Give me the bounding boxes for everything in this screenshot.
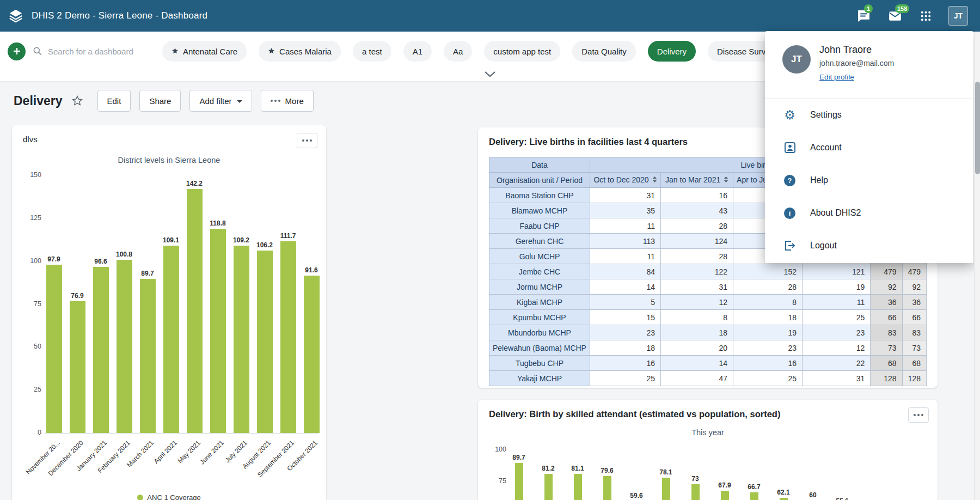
messages-badge: 1 <box>864 4 873 13</box>
dashboard-chip-label: Data Quality <box>581 47 627 56</box>
value-cell: 11 <box>590 218 660 234</box>
org-unit-cell: Kigbai MCHP <box>489 295 590 310</box>
scrollbar[interactable] <box>974 32 980 500</box>
page-title: Delivery <box>14 94 63 108</box>
dashboard-chip[interactable]: Delivery <box>648 41 696 62</box>
card-more-button[interactable] <box>908 407 929 423</box>
apps-grid-button[interactable] <box>918 9 933 23</box>
more-dots-icon <box>271 100 280 102</box>
value-cell: 19 <box>802 279 870 295</box>
edit-button[interactable]: Edit <box>97 90 131 112</box>
new-dashboard-button[interactable] <box>8 42 26 60</box>
x-axis-line <box>45 433 318 434</box>
star-dashboard-button[interactable] <box>71 95 83 107</box>
menu-item-settings[interactable]: ⚙Settings <box>765 99 973 131</box>
value-cell: 16 <box>590 356 660 371</box>
bar <box>515 463 523 500</box>
dashboard-chip[interactable]: Aa <box>444 41 472 62</box>
table-row: Kigbai MCHP5128113636 <box>489 295 927 310</box>
corner-header: Data <box>489 157 590 173</box>
value-cell: 124 <box>661 234 733 249</box>
sort-icon[interactable] <box>652 176 657 185</box>
dashboard-chip[interactable]: custom app test <box>484 41 560 62</box>
mail-button[interactable]: 158 <box>887 8 903 24</box>
bar <box>117 260 132 433</box>
value-cell: 12 <box>802 340 870 356</box>
messages-button[interactable]: 1 <box>856 8 872 24</box>
dhis2-logo[interactable] <box>0 0 32 32</box>
menu-item-help[interactable]: ?Help <box>765 164 973 197</box>
value-cell: 121 <box>802 264 870 279</box>
table-row: Pelewahun (Baoma) MCHP182023127373 <box>489 340 927 356</box>
add-filter-label: Add filter <box>199 96 231 106</box>
y-axis-label: 125 <box>16 214 41 222</box>
account-icon-wrap <box>782 141 797 154</box>
value-cell: 47 <box>661 371 733 386</box>
bar <box>780 498 788 500</box>
logout-icon <box>783 239 797 252</box>
value-cell: 73 <box>871 340 902 356</box>
dashboard-chip-label: a test <box>362 47 382 56</box>
menu-item-account[interactable]: Account <box>765 131 973 164</box>
account-icon <box>783 141 797 154</box>
org-unit-cell: Baoma Station CHP <box>489 188 590 203</box>
dashboard-chip[interactable]: Cases Malaria <box>259 41 341 62</box>
share-button[interactable]: Share <box>139 90 181 112</box>
dashboard-chip[interactable]: Data Quality <box>572 41 636 62</box>
value-cell: 68 <box>902 356 926 371</box>
bar <box>46 265 62 433</box>
sort-icon[interactable] <box>724 176 728 185</box>
value-cell: 20 <box>661 340 733 356</box>
dashboard-chip-label: Delivery <box>657 47 687 56</box>
bar <box>721 491 729 500</box>
y-axis-label: 75 <box>485 477 506 485</box>
dashboard-chip-label: Antenatal Care <box>183 47 237 56</box>
bar-value-label: 142.2 <box>177 180 212 187</box>
value-cell: 152 <box>733 264 803 279</box>
value-cell: 11 <box>590 249 660 264</box>
table-row: Tugbebu CHP161416226868 <box>489 356 927 371</box>
dashboard-chip[interactable]: Antenatal Care <box>162 41 247 62</box>
info-icon: i <box>784 208 795 219</box>
bar-value-label: 60 <box>799 491 826 499</box>
value-cell: 11 <box>802 295 870 310</box>
bar-value-label: 106.2 <box>247 241 282 249</box>
bar-value-label: 79.6 <box>593 467 621 474</box>
card-more-button[interactable] <box>297 133 317 148</box>
x-axis-label: June 2021 <box>198 439 225 466</box>
add-filter-button[interactable]: Add filter <box>189 90 252 112</box>
value-cell: 16 <box>733 356 803 371</box>
user-avatar-button[interactable]: JT <box>948 6 968 26</box>
star-outline-icon <box>71 95 83 107</box>
value-cell: 31 <box>802 371 870 386</box>
more-button[interactable]: More <box>261 90 314 112</box>
value-cell: 31 <box>661 279 733 295</box>
edit-profile-link[interactable]: Edit profile <box>819 73 854 81</box>
value-cell: 25 <box>590 371 660 386</box>
menu-item-label: Account <box>810 143 842 153</box>
bar-value-label: 62.1 <box>770 489 797 496</box>
menu-item-logout[interactable]: Logout <box>765 229 973 262</box>
bar <box>70 301 85 433</box>
user-menu: JT John Traore john.traore@mail.com Edit… <box>765 31 973 263</box>
bar-value-label: 89.7 <box>130 270 165 277</box>
y-axis-label: 150 <box>16 171 41 179</box>
bar <box>544 474 553 500</box>
menu-item-about-dhis2[interactable]: iAbout DHIS2 <box>765 197 973 229</box>
x-axis-label: April 2021 <box>152 439 179 465</box>
dashboard-chip[interactable]: a test <box>353 41 391 62</box>
org-unit-cell: Mbundorbu MCHP <box>489 325 590 340</box>
chip-star-icon <box>171 47 179 56</box>
column-header[interactable]: Oct to Dec 2020 <box>590 173 660 188</box>
user-menu-items: ⚙SettingsAccount?HelpiAbout DHIS2Logout <box>765 99 973 262</box>
scrollbar-thumb[interactable] <box>975 82 980 174</box>
gear-icon: ⚙ <box>784 109 795 121</box>
bar <box>163 246 179 433</box>
edit-label: Edit <box>107 96 121 106</box>
user-email: john.traore@mail.com <box>819 59 894 68</box>
bar <box>691 484 700 500</box>
column-header[interactable]: Jan to Mar 2021 <box>661 173 733 188</box>
dots-icon <box>914 414 923 416</box>
dashboard-chip[interactable]: A1 <box>403 41 432 62</box>
dashboard-search-input[interactable] <box>48 47 151 56</box>
